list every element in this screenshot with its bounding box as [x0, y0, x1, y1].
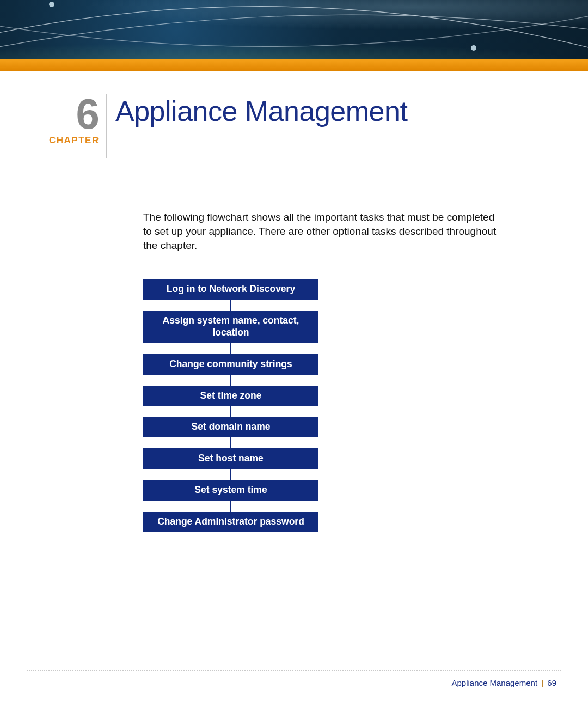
footer-separator: | [540, 678, 545, 687]
flowchart-step: Set time zone [143, 386, 318, 406]
flowchart-step: Set host name [143, 448, 318, 469]
flowchart-connector [230, 469, 231, 480]
flowchart-step: Set system time [143, 480, 318, 501]
svg-point-0 [49, 2, 54, 7]
flowchart-connector [230, 501, 231, 512]
intro-paragraph: The following flowchart shows all the im… [143, 210, 503, 253]
chapter-number: 6 [49, 97, 99, 132]
flowchart-step: Set domain name [143, 417, 318, 437]
banner-orange-strip [0, 59, 588, 71]
flowchart-connector [230, 300, 231, 311]
flowchart-connector [230, 375, 231, 386]
flowchart-step: Change Administrator password [143, 512, 318, 532]
footer: Appliance Management | 69 [451, 678, 556, 687]
flowchart-connector [230, 437, 231, 448]
footer-rule [27, 670, 561, 671]
flowchart: Log in to Network Discovery Assign syste… [143, 279, 318, 532]
flowchart-step: Log in to Network Discovery [143, 279, 318, 300]
flowchart-connector [230, 343, 231, 354]
flowchart-step: Change community strings [143, 354, 318, 375]
footer-page: 69 [547, 678, 556, 687]
flowchart-step: Assign system name, contact, location [143, 311, 318, 343]
header-banner [0, 0, 588, 71]
svg-point-1 [471, 45, 476, 51]
flowchart-connector [230, 406, 231, 417]
chapter-label: CHAPTER [49, 135, 99, 146]
chapter-divider [106, 94, 107, 158]
chapter-title: Appliance Management [115, 97, 407, 125]
chapter-header: 6 CHAPTER Appliance Management [49, 97, 407, 158]
footer-section: Appliance Management [451, 678, 537, 687]
